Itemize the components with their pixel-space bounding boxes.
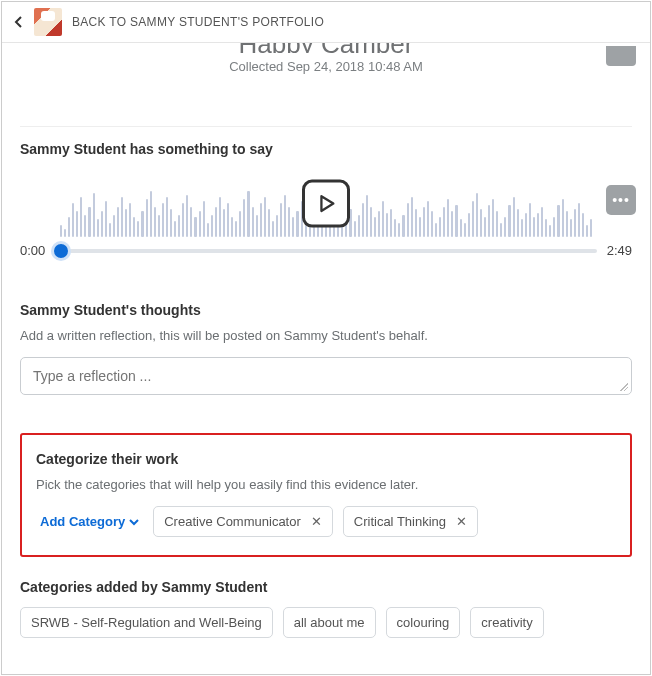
audio-waveform — [60, 175, 592, 237]
audio-total-time: 2:49 — [607, 243, 632, 258]
back-button[interactable] — [10, 13, 28, 31]
audio-seek-track[interactable] — [55, 249, 596, 253]
categorize-title: Categorize their work — [36, 451, 616, 467]
audio-seek-thumb[interactable] — [51, 241, 71, 261]
audio-current-time: 0:00 — [20, 243, 45, 258]
reflection-input[interactable] — [20, 357, 632, 395]
add-category-button[interactable]: Add Category — [36, 508, 143, 535]
chip-label: Critical Thinking — [354, 514, 446, 529]
thoughts-hint: Add a written reflection, this will be p… — [20, 328, 632, 343]
chip-label: Creative Communicator — [164, 514, 301, 529]
chip-remove-icon[interactable]: ✕ — [456, 514, 467, 529]
chip-label: SRWB - Self-Regulation and Well-Being — [31, 615, 262, 630]
play-button[interactable] — [302, 180, 350, 228]
categorize-hint: Pick the categories that will help you e… — [36, 477, 616, 492]
category-chip[interactable]: Creative Communicator ✕ — [153, 506, 333, 537]
collected-date: Collected Sep 24, 2018 10:48 AM — [20, 59, 632, 74]
audio-section-title: Sammy Student has something to say — [20, 141, 632, 157]
chevron-down-icon — [129, 517, 139, 527]
audio-more-button[interactable]: ••• — [606, 185, 636, 215]
thoughts-title: Sammy Student's thoughts — [20, 302, 632, 318]
chip-remove-icon[interactable]: ✕ — [311, 514, 322, 529]
student-category-chip: creativity — [470, 607, 543, 638]
categorize-highlight: Categorize their work Pick the categorie… — [20, 433, 632, 557]
student-category-chip: all about me — [283, 607, 376, 638]
student-category-chip: SRWB - Self-Regulation and Well-Being — [20, 607, 273, 638]
category-chip[interactable]: Critical Thinking ✕ — [343, 506, 478, 537]
avatar — [34, 8, 62, 36]
student-category-chip: colouring — [386, 607, 461, 638]
add-category-label: Add Category — [40, 514, 125, 529]
divider — [20, 126, 632, 127]
chip-label: all about me — [294, 615, 365, 630]
chip-label: creativity — [481, 615, 532, 630]
student-categories-title: Categories added by Sammy Student — [20, 579, 632, 595]
back-label: BACK TO SAMMY STUDENT'S PORTFOLIO — [72, 15, 324, 29]
chip-label: colouring — [397, 615, 450, 630]
